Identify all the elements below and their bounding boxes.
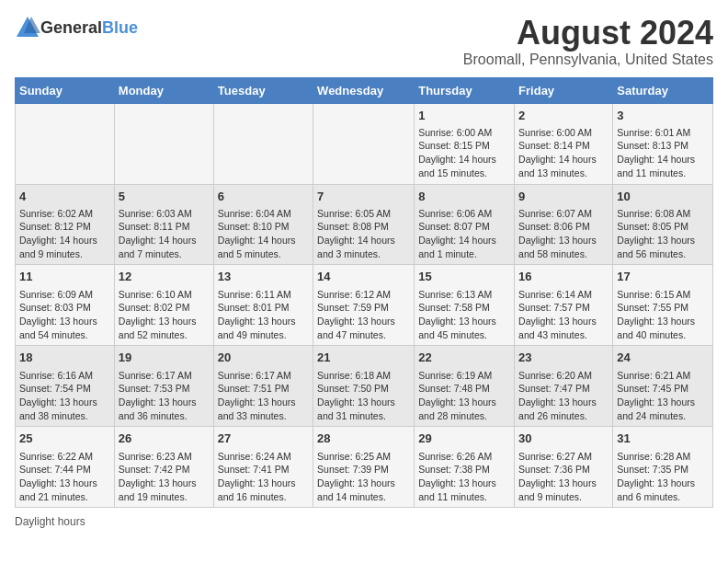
day-info: Sunrise: 6:22 AM Sunset: 7:44 PM Dayligh… <box>19 450 110 504</box>
day-number: 20 <box>218 350 309 366</box>
calendar-cell: 16Sunrise: 6:14 AM Sunset: 7:57 PM Dayli… <box>515 265 613 346</box>
calendar-cell: 12Sunrise: 6:10 AM Sunset: 8:02 PM Dayli… <box>114 265 213 346</box>
calendar-cell: 8Sunrise: 6:06 AM Sunset: 8:07 PM Daylig… <box>415 184 515 265</box>
day-number: 7 <box>317 189 410 205</box>
day-number: 9 <box>518 189 609 205</box>
day-number: 14 <box>317 269 410 285</box>
calendar-cell <box>313 103 415 184</box>
day-info: Sunrise: 6:00 AM Sunset: 8:15 PM Dayligh… <box>418 126 510 180</box>
title-area: August 2024 Broomall, Pennsylvania, Unit… <box>463 15 713 68</box>
day-info: Sunrise: 6:26 AM Sunset: 7:38 PM Dayligh… <box>418 450 510 504</box>
day-info: Sunrise: 6:16 AM Sunset: 7:54 PM Dayligh… <box>19 369 110 423</box>
day-number: 10 <box>617 189 709 205</box>
calendar-cell: 9Sunrise: 6:07 AM Sunset: 8:06 PM Daylig… <box>515 184 613 265</box>
day-number: 5 <box>119 189 210 205</box>
day-number: 11 <box>19 269 110 285</box>
day-info: Sunrise: 6:17 AM Sunset: 7:53 PM Dayligh… <box>119 369 210 423</box>
logo-icon <box>15 15 40 40</box>
day-info: Sunrise: 6:28 AM Sunset: 7:35 PM Dayligh… <box>617 450 709 504</box>
day-number: 1 <box>418 108 510 124</box>
calendar-week-1: 1Sunrise: 6:00 AM Sunset: 8:15 PM Daylig… <box>16 103 713 184</box>
day-number: 30 <box>518 431 609 447</box>
day-of-week-monday: Monday <box>114 77 213 103</box>
calendar-cell: 7Sunrise: 6:05 AM Sunset: 8:08 PM Daylig… <box>313 184 415 265</box>
day-number: 31 <box>617 431 709 447</box>
footer: Daylight hours <box>15 515 713 528</box>
day-info: Sunrise: 6:06 AM Sunset: 8:07 PM Dayligh… <box>418 207 510 261</box>
calendar-cell: 19Sunrise: 6:17 AM Sunset: 7:53 PM Dayli… <box>114 346 213 427</box>
day-info: Sunrise: 6:07 AM Sunset: 8:06 PM Dayligh… <box>518 207 609 261</box>
day-number: 21 <box>317 350 410 366</box>
calendar-cell: 24Sunrise: 6:21 AM Sunset: 7:45 PM Dayli… <box>613 346 713 427</box>
day-number: 22 <box>418 350 510 366</box>
day-number: 2 <box>518 108 609 124</box>
day-info: Sunrise: 6:05 AM Sunset: 8:08 PM Dayligh… <box>317 207 410 261</box>
day-info: Sunrise: 6:21 AM Sunset: 7:45 PM Dayligh… <box>617 369 709 423</box>
main-title: August 2024 <box>463 15 713 52</box>
logo-blue: Blue <box>102 18 138 37</box>
calendar-cell: 6Sunrise: 6:04 AM Sunset: 8:10 PM Daylig… <box>213 184 313 265</box>
day-number: 27 <box>218 431 309 447</box>
day-info: Sunrise: 6:01 AM Sunset: 8:13 PM Dayligh… <box>617 126 709 180</box>
day-of-week-saturday: Saturday <box>613 77 713 103</box>
day-number: 15 <box>418 269 510 285</box>
day-info: Sunrise: 6:23 AM Sunset: 7:42 PM Dayligh… <box>119 450 210 504</box>
day-info: Sunrise: 6:25 AM Sunset: 7:39 PM Dayligh… <box>317 450 410 504</box>
day-info: Sunrise: 6:09 AM Sunset: 8:03 PM Dayligh… <box>19 288 110 342</box>
calendar-cell: 26Sunrise: 6:23 AM Sunset: 7:42 PM Dayli… <box>114 427 213 508</box>
day-number: 16 <box>518 269 609 285</box>
calendar-cell: 22Sunrise: 6:19 AM Sunset: 7:48 PM Dayli… <box>415 346 515 427</box>
calendar-cell: 28Sunrise: 6:25 AM Sunset: 7:39 PM Dayli… <box>313 427 415 508</box>
day-number: 8 <box>418 189 510 205</box>
day-number: 28 <box>317 431 410 447</box>
calendar-cell: 13Sunrise: 6:11 AM Sunset: 8:01 PM Dayli… <box>213 265 313 346</box>
calendar-cell: 2Sunrise: 6:00 AM Sunset: 8:14 PM Daylig… <box>515 103 613 184</box>
day-number: 25 <box>19 431 110 447</box>
day-number: 4 <box>19 189 110 205</box>
calendar-week-2: 4Sunrise: 6:02 AM Sunset: 8:12 PM Daylig… <box>16 184 713 265</box>
calendar-cell: 21Sunrise: 6:18 AM Sunset: 7:50 PM Dayli… <box>313 346 415 427</box>
day-number: 24 <box>617 350 709 366</box>
calendar-cell: 25Sunrise: 6:22 AM Sunset: 7:44 PM Dayli… <box>16 427 115 508</box>
day-info: Sunrise: 6:15 AM Sunset: 7:55 PM Dayligh… <box>617 288 709 342</box>
day-number: 13 <box>218 269 309 285</box>
calendar-cell: 18Sunrise: 6:16 AM Sunset: 7:54 PM Dayli… <box>16 346 115 427</box>
calendar-cell: 5Sunrise: 6:03 AM Sunset: 8:11 PM Daylig… <box>114 184 213 265</box>
calendar-cell: 1Sunrise: 6:00 AM Sunset: 8:15 PM Daylig… <box>415 103 515 184</box>
day-info: Sunrise: 6:12 AM Sunset: 7:59 PM Dayligh… <box>317 288 410 342</box>
day-info: Sunrise: 6:00 AM Sunset: 8:14 PM Dayligh… <box>518 126 609 180</box>
calendar-cell: 11Sunrise: 6:09 AM Sunset: 8:03 PM Dayli… <box>16 265 115 346</box>
calendar-cell: 29Sunrise: 6:26 AM Sunset: 7:38 PM Dayli… <box>415 427 515 508</box>
day-of-week-thursday: Thursday <box>415 77 515 103</box>
calendar-week-5: 25Sunrise: 6:22 AM Sunset: 7:44 PM Dayli… <box>16 427 713 508</box>
subtitle: Broomall, Pennsylvania, United States <box>463 52 713 68</box>
calendar-cell: 4Sunrise: 6:02 AM Sunset: 8:12 PM Daylig… <box>16 184 115 265</box>
day-info: Sunrise: 6:04 AM Sunset: 8:10 PM Dayligh… <box>218 207 309 261</box>
day-info: Sunrise: 6:24 AM Sunset: 7:41 PM Dayligh… <box>218 450 309 504</box>
calendar-cell: 14Sunrise: 6:12 AM Sunset: 7:59 PM Dayli… <box>313 265 415 346</box>
calendar-week-3: 11Sunrise: 6:09 AM Sunset: 8:03 PM Dayli… <box>16 265 713 346</box>
day-number: 19 <box>119 350 210 366</box>
day-info: Sunrise: 6:27 AM Sunset: 7:36 PM Dayligh… <box>518 450 609 504</box>
day-info: Sunrise: 6:08 AM Sunset: 8:05 PM Dayligh… <box>617 207 709 261</box>
calendar-cell: 27Sunrise: 6:24 AM Sunset: 7:41 PM Dayli… <box>213 427 313 508</box>
day-info: Sunrise: 6:10 AM Sunset: 8:02 PM Dayligh… <box>119 288 210 342</box>
calendar-table: SundayMondayTuesdayWednesdayThursdayFrid… <box>15 77 713 509</box>
calendar-cell <box>16 103 115 184</box>
day-info: Sunrise: 6:19 AM Sunset: 7:48 PM Dayligh… <box>418 369 510 423</box>
calendar-cell: 20Sunrise: 6:17 AM Sunset: 7:51 PM Dayli… <box>213 346 313 427</box>
day-number: 29 <box>418 431 510 447</box>
logo: GeneralBlue <box>15 15 138 40</box>
day-info: Sunrise: 6:14 AM Sunset: 7:57 PM Dayligh… <box>518 288 609 342</box>
calendar-week-4: 18Sunrise: 6:16 AM Sunset: 7:54 PM Dayli… <box>16 346 713 427</box>
day-of-week-tuesday: Tuesday <box>213 77 313 103</box>
day-of-week-sunday: Sunday <box>16 77 115 103</box>
logo-general: General <box>40 18 102 37</box>
calendar-cell: 17Sunrise: 6:15 AM Sunset: 7:55 PM Dayli… <box>613 265 713 346</box>
calendar-cell: 3Sunrise: 6:01 AM Sunset: 8:13 PM Daylig… <box>613 103 713 184</box>
day-number: 18 <box>19 350 110 366</box>
calendar-cell <box>114 103 213 184</box>
calendar-cell: 30Sunrise: 6:27 AM Sunset: 7:36 PM Dayli… <box>515 427 613 508</box>
calendar-cell: 31Sunrise: 6:28 AM Sunset: 7:35 PM Dayli… <box>613 427 713 508</box>
calendar-cell <box>213 103 313 184</box>
